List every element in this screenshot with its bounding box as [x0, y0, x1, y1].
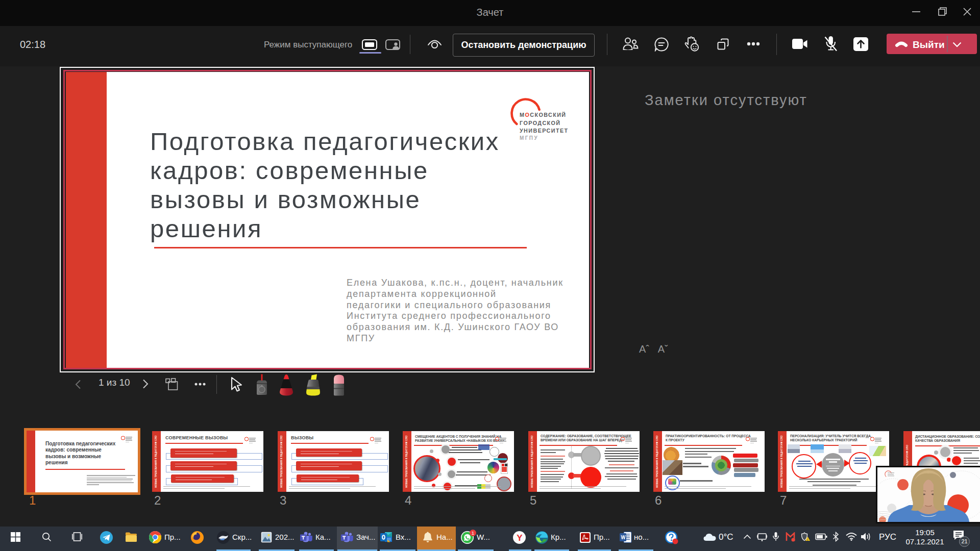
svg-text:МОСКОВСКИЙ: МОСКОВСКИЙ: [520, 112, 567, 118]
svg-text:МГПУ: МГПУ: [520, 135, 538, 141]
svg-text:!: !: [807, 538, 808, 541]
svg-text:УНИВЕРСИТЕТ: УНИВЕРСИТЕТ: [520, 128, 569, 134]
svg-text:ГОРОДСКОЙ: ГОРОДСКОЙ: [520, 120, 561, 126]
svg-text:Y: Y: [517, 533, 523, 543]
